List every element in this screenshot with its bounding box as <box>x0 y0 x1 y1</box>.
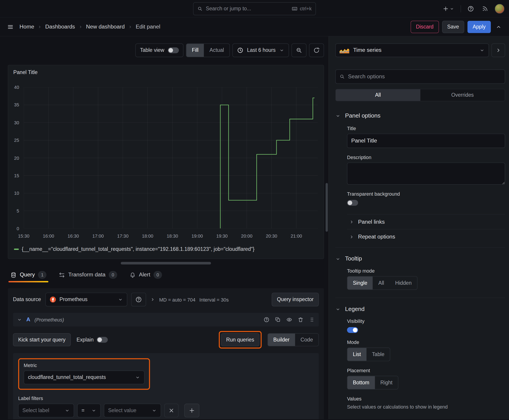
panel-title-input[interactable] <box>347 134 505 148</box>
transparent-background-switch[interactable] <box>347 200 358 206</box>
legend-table-option[interactable]: Table <box>366 348 390 361</box>
rss-icon <box>482 5 488 12</box>
search-options-input[interactable]: Search options <box>335 69 505 84</box>
metric-select[interactable]: cloudflared_tunnel_total_requests <box>24 371 144 384</box>
filter-overrides-tab[interactable]: Overrides <box>420 89 505 101</box>
chart-plot-svg[interactable] <box>24 87 318 228</box>
tooltip-hidden-option[interactable]: Hidden <box>390 276 417 289</box>
placement-bottom-option[interactable]: Bottom <box>347 376 375 389</box>
visualization-value: Time series <box>353 47 381 54</box>
chevron-down-icon <box>118 297 123 302</box>
legend-item[interactable]: {__name__="cloudflared_tunnel_total_requ… <box>14 246 255 252</box>
new-menu-button[interactable] <box>441 4 456 13</box>
table-view-switch[interactable] <box>168 47 179 53</box>
collapse-header-button[interactable] <box>494 22 503 31</box>
visualization-picker[interactable]: Time series <box>335 44 489 57</box>
tab-query[interactable]: Query 1 <box>8 267 48 283</box>
time-range-picker[interactable]: Last 6 hours <box>233 44 289 57</box>
toggle-visibility-icon[interactable] <box>286 317 292 323</box>
chevron-down-icon <box>65 408 70 413</box>
select-value-dropdown[interactable]: Select value <box>104 404 161 417</box>
section-title: Panel options <box>345 112 381 119</box>
refresh-button[interactable] <box>309 44 324 57</box>
breadcrumb-separator-icon <box>38 24 42 29</box>
query-options-expand[interactable] <box>150 297 155 302</box>
news-button[interactable] <box>480 4 490 13</box>
collapse-options-button[interactable] <box>492 44 505 57</box>
tooltip-single-option[interactable]: Single <box>347 276 373 289</box>
help-button[interactable] <box>466 4 475 13</box>
duplicate-query-icon[interactable] <box>275 317 281 323</box>
x-axis-tick-label: 20:30 <box>266 233 277 239</box>
add-filter-button[interactable] <box>184 404 199 417</box>
collapse-group: Panel links Repeat options <box>347 214 505 244</box>
panel-editor-left: Table view Fill Actual Last 6 hours <box>0 36 328 419</box>
breadcrumb-new-dashboard[interactable]: New dashboard <box>86 23 125 30</box>
shortcut-label: ctrl+k <box>300 6 311 11</box>
tooltip-all-option[interactable]: All <box>373 276 390 289</box>
code-option[interactable]: Code <box>295 334 319 346</box>
chart-plot[interactable] <box>24 87 318 228</box>
query-row-header[interactable]: A (Prometheus) <box>13 313 319 326</box>
fill-option[interactable]: Fill <box>186 44 204 57</box>
zoom-out-button[interactable] <box>291 44 307 57</box>
panel-resize-handle[interactable] <box>121 262 211 264</box>
apply-button[interactable]: Apply <box>467 21 491 33</box>
x-axis-tick-label: 17:00 <box>92 233 104 239</box>
query-help-icon[interactable] <box>264 317 269 323</box>
legend-swatch[interactable] <box>14 249 19 250</box>
actual-option[interactable]: Actual <box>204 44 229 57</box>
x-axis-tick-label: 17:30 <box>117 233 129 239</box>
placement-right-option[interactable]: Right <box>375 376 398 389</box>
scrollbar-thumb[interactable] <box>326 183 328 232</box>
collapse-query-icon[interactable] <box>17 317 22 322</box>
chevron-right-icon <box>150 297 155 302</box>
repeat-options-row[interactable]: Repeat options <box>347 229 505 244</box>
description-textarea[interactable] <box>347 163 505 185</box>
chevron-up-icon <box>495 23 502 30</box>
explain-label: Explain <box>76 337 94 343</box>
drag-handle-icon[interactable] <box>309 317 315 323</box>
bell-icon <box>129 272 136 278</box>
y-axis-tick-label: 40 <box>14 85 19 90</box>
chevron-down-icon <box>279 48 284 53</box>
legend-visibility-switch[interactable] <box>347 327 358 333</box>
tooltip-mode-label: Tooltip mode <box>347 268 505 274</box>
tab-transform-data[interactable]: Transform data 0 <box>57 267 119 283</box>
breadcrumb-dashboards[interactable]: Dashboards <box>45 23 75 30</box>
select-label-dropdown[interactable]: Select label <box>18 404 74 417</box>
legend-label[interactable]: {__name__="cloudflared_tunnel_total_requ… <box>22 246 255 252</box>
panel-title[interactable]: Panel Title <box>13 69 38 75</box>
legend-list-option[interactable]: List <box>347 348 366 361</box>
chevron-down-icon <box>335 113 341 118</box>
breadcrumb-home[interactable]: Home <box>20 23 34 30</box>
avatar[interactable] <box>495 4 504 14</box>
datasource-help-button[interactable] <box>131 293 146 307</box>
search-input[interactable]: Search or jump to... ctrl+k <box>193 2 316 15</box>
panel-options-header[interactable]: Panel options <box>335 112 505 119</box>
panel-links-row[interactable]: Panel links <box>347 214 505 229</box>
explain-switch[interactable] <box>97 337 108 343</box>
discard-button[interactable]: Discard <box>411 21 439 33</box>
remove-filter-button[interactable] <box>164 404 179 417</box>
filter-all-tab[interactable]: All <box>336 89 420 101</box>
grafana-logo[interactable] <box>5 3 15 14</box>
tab-alert[interactable]: Alert 0 <box>128 267 164 283</box>
toggle-knob <box>353 328 357 332</box>
datasource-picker[interactable]: Prometheus <box>46 293 127 307</box>
chevron-right-icon <box>349 219 354 224</box>
alert-count-badge: 0 <box>153 271 162 279</box>
query-inspector-button[interactable]: Query inspector <box>272 293 319 307</box>
run-queries-button[interactable]: Run queries <box>221 333 259 346</box>
toggle-knob <box>168 48 173 52</box>
save-button[interactable]: Save <box>442 21 464 33</box>
builder-option[interactable]: Builder <box>268 334 295 346</box>
tooltip-header[interactable]: Tooltip <box>335 255 505 262</box>
operator-dropdown[interactable]: = <box>77 404 100 417</box>
mega-menu-button[interactable] <box>6 22 15 31</box>
delete-query-icon[interactable] <box>298 317 304 323</box>
kick-start-button[interactable]: Kick start your query <box>13 333 71 346</box>
legend-header[interactable]: Legend <box>335 306 505 313</box>
x-axis-tick-label: 21:00 <box>291 233 302 239</box>
table-view-toggle[interactable]: Table view <box>136 44 183 57</box>
